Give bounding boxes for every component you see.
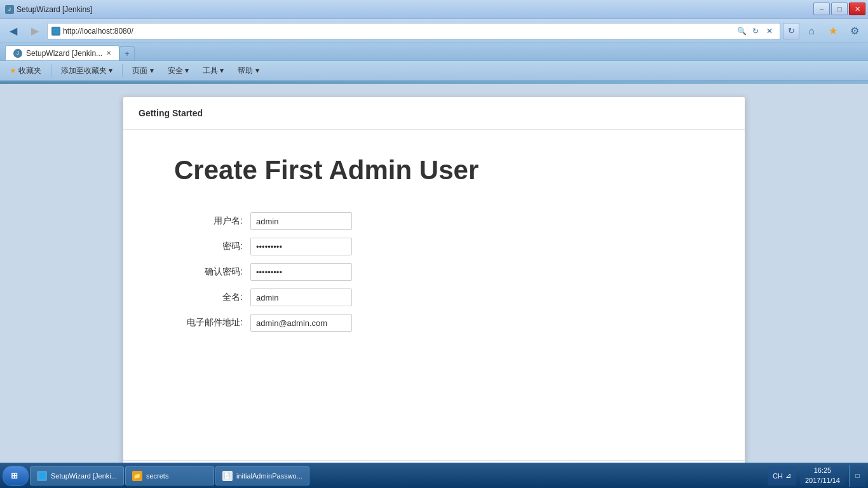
password-input-cell <box>250 234 352 259</box>
clock-date: 2017/11/14 <box>805 476 840 485</box>
fullname-input[interactable] <box>250 288 352 306</box>
safety-button[interactable]: 安全 ▾ <box>162 62 194 79</box>
browser-window: J SetupWizard [Jenkins] – □ ✕ ◀ ▶ 🌐 http… <box>0 0 868 463</box>
tools-cmd-button[interactable]: 工具 ▾ <box>197 62 229 79</box>
username-input-cell <box>250 208 352 234</box>
fullname-label: 全名: <box>174 285 250 310</box>
address-bar[interactable]: 🌐 http://localhost:8080/ 🔍 ↻ ✕ <box>47 23 780 39</box>
password-row: 密码: <box>174 234 352 259</box>
email-row: 电子邮件地址: <box>174 310 352 336</box>
taskbar-item-secrets[interactable]: 📁 secrets <box>125 466 214 485</box>
confirm-password-input-cell <box>250 259 352 285</box>
username-label: 用户名: <box>174 208 250 234</box>
email-input-cell <box>250 310 352 336</box>
taskbar-file-icon: 📄 <box>222 471 233 481</box>
favorites-label: 收藏夹 <box>18 65 41 76</box>
username-row: 用户名: <box>174 208 352 234</box>
tools-button[interactable]: ⚙ <box>845 22 864 40</box>
confirm-password-input[interactable] <box>250 263 352 281</box>
lang-indicator: CH <box>773 472 783 480</box>
windows-logo-icon: ⊞ <box>11 471 18 480</box>
tab-close-button[interactable]: ✕ <box>106 50 111 57</box>
address-refresh-icon[interactable]: ↻ <box>749 25 762 37</box>
confirm-password-row: 确认密码: <box>174 259 352 285</box>
taskbar-secrets-icon: 📁 <box>132 471 142 481</box>
tab-bar: J SetupWizard [Jenkin... ✕ + <box>0 43 868 61</box>
add-favorites-button[interactable]: 添加至收藏夹 ▾ <box>55 62 118 79</box>
address-favicon: 🌐 <box>51 27 60 36</box>
panel-header: Getting Started <box>123 97 745 130</box>
help-button[interactable]: 帮助 ▾ <box>232 62 264 79</box>
new-tab-button[interactable]: + <box>119 46 135 60</box>
taskbar-browser-icon: 🌐 <box>37 471 47 481</box>
clock-time: 16:25 <box>805 466 840 475</box>
home-button[interactable]: ⌂ <box>802 22 821 40</box>
address-search-icon[interactable]: 🔍 <box>735 25 748 37</box>
systray-icons: ⊿ <box>785 471 791 480</box>
navigation-row: ◀ ▶ 🌐 http://localhost:8080/ 🔍 ↻ ✕ ↻ ⌂ ★… <box>0 19 868 43</box>
show-desktop-button[interactable]: □ <box>849 465 865 487</box>
taskbar-item-file[interactable]: 📄 initialAdminPasswo... <box>215 466 309 485</box>
address-stop-icon[interactable]: ✕ <box>763 25 776 37</box>
username-input[interactable] <box>250 212 352 230</box>
system-tray: CH ⊿ <box>768 466 796 485</box>
star-icon: ★ <box>10 66 17 75</box>
back-button[interactable]: ◀ <box>4 22 23 40</box>
maximize-button[interactable]: □ <box>831 3 848 15</box>
panel-body: Create First Admin User 用户名: 密码: <box>123 130 745 460</box>
refresh-button[interactable]: ↻ <box>783 23 799 39</box>
favorites-star-icon[interactable]: ★ <box>824 22 843 40</box>
address-right-buttons: 🔍 ↻ ✕ <box>735 25 776 37</box>
separator-2 <box>122 64 123 77</box>
forward-button[interactable]: ▶ <box>25 22 44 40</box>
command-bar: ★ 收藏夹 添加至收藏夹 ▾ 页面 ▾ 安全 ▾ 工具 ▾ 帮助 ▾ <box>0 61 868 81</box>
tab-favicon: J <box>13 49 22 58</box>
page-button[interactable]: 页面 ▾ <box>126 62 159 79</box>
form-main-title: Create First Admin User <box>174 155 694 186</box>
taskbar-browser-label: SetupWizard [Jenki... <box>51 472 117 480</box>
form-table: 用户名: 密码: 确认密码: <box>174 208 352 336</box>
separator-1 <box>51 64 51 77</box>
tab-label: SetupWizard [Jenkin... <box>26 49 102 58</box>
email-input[interactable] <box>250 314 352 332</box>
fullname-input-cell <box>250 285 352 310</box>
taskbar-file-label: initialAdminPasswo... <box>236 472 302 480</box>
browser-content: Getting Started Create First Admin User … <box>0 84 868 463</box>
taskbar-right: CH ⊿ 16:25 2017/11/14 □ <box>768 465 865 487</box>
browser-title: SetupWizard [Jenkins] <box>17 5 863 14</box>
password-label: 密码: <box>174 234 250 259</box>
close-button[interactable]: ✕ <box>849 3 865 15</box>
start-button[interactable]: ⊞ <box>3 466 29 486</box>
browser-favicon: J <box>5 5 14 14</box>
taskbar: ⊞ 🌐 SetupWizard [Jenki... 📁 secrets 📄 in… <box>0 463 868 488</box>
taskbar-secrets-label: secrets <box>146 472 168 480</box>
clock: 16:25 2017/11/14 <box>800 466 845 485</box>
favorites-cmd-button[interactable]: ★ 收藏夹 <box>4 62 47 79</box>
window-controls: – □ ✕ <box>813 3 865 15</box>
fullname-row: 全名: <box>174 285 352 310</box>
password-input[interactable] <box>250 238 352 255</box>
minimize-button[interactable]: – <box>813 3 830 15</box>
address-text: http://localhost:8080/ <box>63 27 733 36</box>
browser-title-bar: J SetupWizard [Jenkins] – □ ✕ <box>0 0 868 19</box>
panel-header-title: Getting Started <box>139 108 203 118</box>
confirm-password-label: 确认密码: <box>174 259 250 285</box>
setup-wizard-panel: Getting Started Create First Admin User … <box>123 97 745 488</box>
email-label: 电子邮件地址: <box>174 310 250 336</box>
taskbar-item-browser[interactable]: 🌐 SetupWizard [Jenki... <box>30 466 124 485</box>
active-tab[interactable]: J SetupWizard [Jenkin... ✕ <box>5 45 119 60</box>
